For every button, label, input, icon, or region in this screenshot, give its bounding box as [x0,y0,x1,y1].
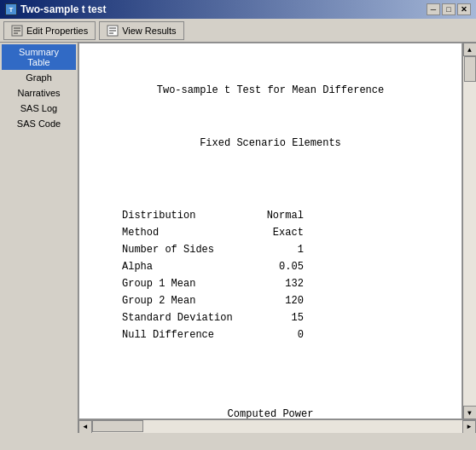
fixed-element-row: Null Difference 0 [122,326,304,343]
window-icon: T [5,3,17,15]
sidebar-item-graph[interactable]: Graph [2,70,76,85]
fixed-element-label: Number of Sides [122,241,267,258]
horizontal-scrollbar[interactable]: ◄ ► [78,419,476,433]
fixed-element-value: 0 [267,326,304,343]
scroll-down-icon: ▼ [467,409,472,417]
fixed-element-row: Standard Deviation 15 [122,309,304,326]
report-title2: Fixed Scenario Elements [96,136,444,151]
sidebar-item-sas-code[interactable]: SAS Code [2,116,76,131]
title-bar: T Two-sample t test ─ □ ✕ [0,0,476,19]
fixed-element-row: Group 2 Mean 120 [122,292,304,309]
fixed-element-value: 0.05 [267,258,304,275]
fixed-elements-table: Distribution Normal Method Exact Number … [122,207,304,343]
fixed-element-label: Group 1 Mean [122,275,267,292]
scrollbar-track-h[interactable] [92,420,462,433]
edit-properties-icon [11,25,23,37]
scrollbar-thumb-h[interactable] [92,420,143,432]
fixed-element-row: Method Exact [122,224,304,241]
close-button[interactable]: ✕ [457,3,471,15]
vertical-scrollbar[interactable]: ▲ ▼ [462,43,476,419]
fixed-element-label: Distribution [122,207,267,224]
scrollbar-thumb-v[interactable] [464,56,476,82]
content-area: Two-sample t Test for Mean Difference Fi… [78,43,462,419]
sidebar: Summary Table Graph Narratives SAS Log S… [0,43,78,433]
minimize-button[interactable]: ─ [427,3,440,15]
fixed-element-value: 120 [267,292,304,309]
edit-properties-button[interactable]: Edit Properties [3,21,96,40]
scroll-left-button[interactable]: ◄ [78,420,92,434]
sidebar-item-narratives[interactable]: Narratives [2,85,76,101]
fixed-element-value: Exact [267,224,304,241]
fixed-element-row: Number of Sides 1 [122,241,304,258]
fixed-element-value: 15 [267,309,304,326]
scroll-up-button[interactable]: ▲ [463,43,477,56]
scroll-up-icon: ▲ [467,46,472,54]
toolbar: Edit Properties View Results [0,19,476,43]
content-text: Two-sample t Test for Mean Difference Fi… [79,43,461,419]
window-controls[interactable]: ─ □ ✕ [427,3,471,15]
fixed-element-row: Alpha 0.05 [122,258,304,275]
window-title: Two-sample t test [20,3,106,15]
fixed-element-label: Alpha [122,258,267,275]
scroll-right-button[interactable]: ► [462,420,476,434]
view-results-icon [107,25,119,37]
fixed-element-label: Method [122,224,267,241]
fixed-element-value: Normal [267,207,304,224]
fixed-element-label: Standard Deviation [122,309,267,326]
fixed-element-label: Group 2 Mean [122,292,267,309]
fixed-element-value: 1 [267,241,304,258]
main-container: Summary Table Graph Narratives SAS Log S… [0,43,476,433]
fixed-element-label: Null Difference [122,326,267,343]
fixed-element-value: 132 [267,275,304,292]
fixed-element-row: Distribution Normal [122,207,304,224]
scrollbar-track-v[interactable] [463,56,476,406]
sidebar-item-summary-table[interactable]: Summary Table [2,44,76,70]
scroll-left-icon: ◄ [84,423,88,430]
maximize-button[interactable]: □ [442,3,456,15]
computed-power-title: Computed Power [96,407,444,419]
view-results-button[interactable]: View Results [99,21,183,40]
report-title1: Two-sample t Test for Mean Difference [96,83,444,98]
scroll-right-icon: ► [467,423,472,430]
sidebar-item-sas-log[interactable]: SAS Log [2,101,76,116]
scroll-down-button[interactable]: ▼ [463,406,477,419]
fixed-element-row: Group 1 Mean 132 [122,275,304,292]
